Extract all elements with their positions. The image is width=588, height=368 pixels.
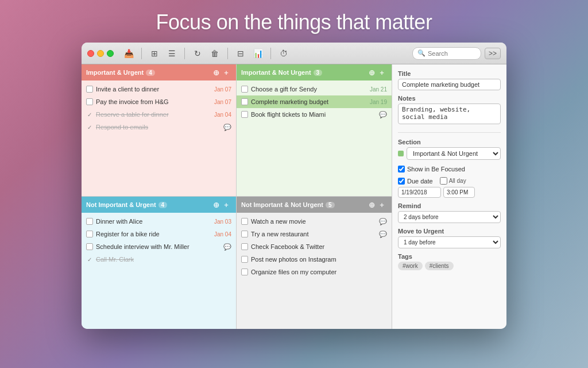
separator (270, 48, 271, 59)
all-day-checkbox[interactable] (440, 177, 447, 185)
column-header-important-not-urgent: Important & Not Urgent 3 ⊕ + (237, 64, 392, 80)
task-checkbox[interactable] (241, 231, 248, 237)
show-in-be-focused-checkbox[interactable] (398, 166, 405, 172)
task-item[interactable]: Respond to emails 💬 (82, 121, 236, 133)
column-header-important-urgent: Important & Urgent 4 ⊕ + (82, 64, 236, 80)
comment-icon: 💬 (223, 124, 231, 131)
task-label: Organize files on my computer (251, 269, 387, 275)
minimize-button[interactable] (97, 50, 104, 57)
task-checkbox[interactable] (86, 243, 93, 250)
task-item[interactable]: Choose a gift for Sendy Jan 21 (237, 83, 392, 95)
task-checkbox[interactable] (86, 231, 93, 237)
due-date-label: Due date (407, 178, 433, 185)
zoom-icon[interactable]: ⊕ (211, 67, 221, 78)
task-checkbox[interactable] (86, 111, 93, 118)
tag-work[interactable]: #work (398, 262, 423, 270)
column-badge: 4 (158, 202, 168, 208)
filter-icon[interactable]: ⊟ (234, 47, 247, 60)
task-checkbox[interactable] (241, 218, 248, 225)
task-item[interactable]: Dinner with Alice Jan 03 (82, 215, 236, 228)
column-label: Important & Not Urgent (241, 69, 311, 76)
app-window: 📥 ⊞ ☰ ↻ 🗑 ⊟ 📊 ⏱ 🔍 >> Important & Urgent … (82, 43, 506, 329)
task-date: Jan 07 (214, 99, 231, 105)
search-icon: 🔍 (417, 49, 425, 57)
task-checkbox[interactable] (241, 98, 248, 105)
task-checkbox[interactable] (86, 218, 93, 225)
section-select[interactable]: Important & Not Urgent Important & Urgen… (407, 147, 501, 160)
maximize-button[interactable] (107, 50, 114, 57)
show-in-be-focused-checkbox-label[interactable]: Show in Be Focused (398, 166, 501, 172)
task-item[interactable]: Book flight tickets to Miami 💬 (237, 108, 392, 121)
toolbar: 📥 ⊞ ☰ ↻ 🗑 ⊟ 📊 ⏱ 🔍 >> (82, 43, 506, 64)
notes-input[interactable]: Branding, website, social media (398, 103, 501, 124)
due-date-row: Due date All day (398, 177, 501, 185)
zoom-icon[interactable]: ⊕ (366, 67, 377, 78)
title-field: Title (398, 70, 501, 90)
add-task-button[interactable]: + (377, 200, 387, 210)
task-checkbox[interactable] (241, 256, 248, 263)
page-title: Focus on the things that matter (156, 10, 432, 34)
section-label: Section (398, 139, 501, 145)
due-date-checkbox-label[interactable]: Due date (398, 178, 433, 185)
delete-icon[interactable]: 🗑 (208, 47, 222, 60)
due-date-checkbox[interactable] (398, 178, 405, 185)
separator (141, 48, 142, 59)
list-view-icon[interactable]: ☰ (165, 47, 179, 60)
zoom-icon[interactable]: ⊕ (366, 200, 377, 210)
task-date: Jan 07 (214, 86, 231, 93)
search-input[interactable] (428, 50, 479, 57)
task-item[interactable]: Organize files on my computer (237, 266, 392, 278)
refresh-icon[interactable]: ↻ (191, 47, 204, 60)
task-label: Respond to emails (96, 124, 220, 131)
task-item[interactable]: Schedule interview with Mr. Miller 💬 (82, 240, 236, 253)
task-label: Watch a new movie (251, 218, 376, 225)
task-item[interactable]: Reserve a table for dinner Jan 04 (82, 108, 236, 121)
task-item[interactable]: Call Mr. Clark (82, 253, 236, 266)
column-important-urgent: Important & Urgent 4 ⊕ + Invite a client… (82, 64, 237, 197)
task-checkbox[interactable] (241, 86, 248, 93)
all-day-checkbox-label[interactable]: All day (440, 177, 466, 185)
all-day-label: All day (449, 178, 466, 184)
expand-button[interactable]: >> (485, 48, 501, 59)
move-to-urgent-row: 1 day before 2 days before 3 days before (398, 236, 501, 248)
zoom-icon[interactable]: ⊕ (211, 200, 221, 210)
inbox-icon[interactable]: 📥 (122, 47, 136, 60)
task-checkbox[interactable] (86, 86, 93, 93)
task-item[interactable]: Watch a new movie 💬 (237, 215, 392, 228)
add-task-button[interactable]: + (221, 200, 231, 210)
add-task-button[interactable]: + (221, 67, 231, 78)
date-input[interactable] (398, 187, 441, 198)
task-item[interactable]: Register for a bike ride Jan 04 (82, 228, 236, 240)
move-to-urgent-select[interactable]: 1 day before 2 days before 3 days before (398, 236, 501, 248)
grid-view-icon[interactable]: ⊞ (148, 47, 161, 60)
column-header-not-important-not-urgent: Not Important & Not Urgent 5 ⊕ + (237, 197, 392, 213)
search-box[interactable]: 🔍 (412, 47, 481, 60)
task-item[interactable]: Complete marketing budget Jan 19 (237, 95, 392, 108)
task-item[interactable]: Pay the invoice from H&G Jan 07 (82, 95, 236, 108)
task-checkbox[interactable] (86, 124, 93, 131)
task-item[interactable]: Check Facebook & Twitter (237, 240, 392, 253)
task-item[interactable]: Invite a client to dinner Jan 07 (82, 83, 236, 95)
task-item[interactable]: Post new photos on Instagram (237, 253, 392, 266)
column-not-important-not-urgent: Not Important & Not Urgent 5 ⊕ + Watch a… (237, 197, 392, 329)
time-input[interactable] (443, 187, 475, 198)
task-checkbox[interactable] (241, 243, 248, 250)
close-button[interactable] (87, 50, 94, 57)
task-checkbox[interactable] (241, 269, 248, 275)
add-task-button[interactable]: + (377, 67, 387, 78)
title-label: Title (398, 70, 501, 77)
task-label: Pay the invoice from H&G (96, 98, 211, 105)
timer-icon[interactable]: ⏱ (277, 47, 291, 60)
task-label: Register for a bike ride (96, 231, 211, 237)
title-input[interactable] (398, 79, 501, 90)
tag-clients[interactable]: #clients (425, 262, 454, 270)
task-checkbox[interactable] (86, 256, 93, 263)
chart-icon[interactable]: 📊 (251, 47, 265, 60)
remind-select[interactable]: 2 days before 1 day before 3 days before… (398, 211, 501, 223)
task-item[interactable]: Try a new restaurant 💬 (237, 228, 392, 240)
task-checkbox[interactable] (241, 111, 248, 118)
column-badge: 5 (326, 202, 335, 208)
move-to-urgent-field: Move to Urgent 1 day before 2 days befor… (398, 228, 501, 248)
task-list-not-important-not-urgent: Watch a new movie 💬 Try a new restaurant… (237, 213, 392, 329)
task-checkbox[interactable] (86, 98, 93, 105)
